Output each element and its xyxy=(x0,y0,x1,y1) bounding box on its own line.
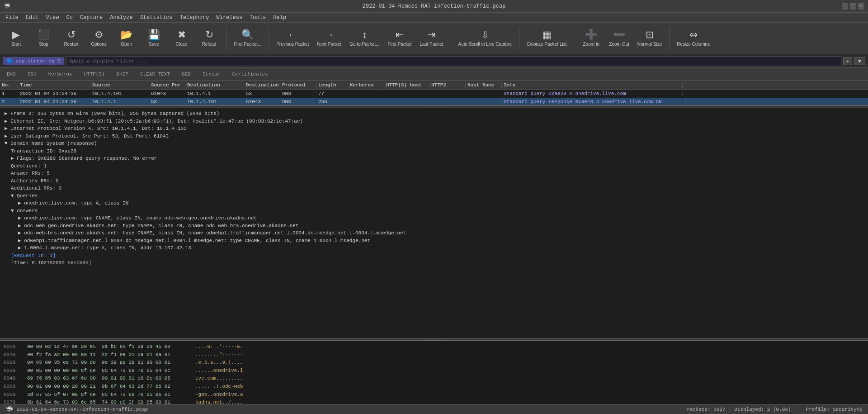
detail-line: ▼ Answers xyxy=(4,207,864,215)
packet-rows: 12022-01-04 21:24:3610.1.4.1016104310.1.… xyxy=(0,90,868,105)
zoomout-label: Zoom Out xyxy=(609,42,629,47)
hex-bytes: 04 65 00 35 ee 73 00 de 9e 39 ae 28 81 8… xyxy=(27,359,190,367)
table-cell: 61043 xyxy=(149,91,185,96)
hex-ascii: ....G. .*·····E. xyxy=(195,343,243,351)
colbar-item-stream[interactable]: Stream xyxy=(198,70,225,78)
colbar-item-clear-text[interactable]: CLEAR TEXT xyxy=(136,70,174,78)
colbar-item-geo[interactable]: GEO xyxy=(178,70,195,78)
colbar-item-certificates[interactable]: Certificates xyxy=(228,70,272,78)
restart-button[interactable]: ↺Restart xyxy=(59,24,84,52)
colbar-item-https[interactable]: HTTP(S) xyxy=(80,70,108,78)
next-icon: → xyxy=(324,30,334,40)
normalsize-label: Normal Size xyxy=(637,42,662,47)
hex-bytes: 69 76 65 03 63 6f 6d 00 00 01 00 01 c0 0… xyxy=(27,375,190,383)
start-button[interactable]: ▶Start xyxy=(4,24,28,52)
hex-offset: 0040 xyxy=(4,375,22,383)
menubar: FileEditViewGoCaptureAnalyzeStatisticsTe… xyxy=(0,13,868,23)
last-icon: ⇥ xyxy=(427,30,435,40)
detail-line: ▶ onedrive.live.com: type CNAME, class I… xyxy=(4,214,864,222)
header-source: Source xyxy=(90,82,149,88)
table-cell: 2022-01-04 21:24:36 xyxy=(18,99,90,105)
close-button[interactable]: ✖Close xyxy=(169,24,194,52)
close-button[interactable]: ✕ xyxy=(858,3,864,10)
autoscroll-label: Auto Scroll in Live Capture xyxy=(458,42,512,47)
menu-item-tools[interactable]: Tools xyxy=(246,14,269,22)
table-cell: 10.1.4.1 xyxy=(185,91,244,96)
toolbar-separator xyxy=(574,28,574,49)
find-label: Find Packet... xyxy=(234,42,261,47)
last-button[interactable]: ⇥Last Packet xyxy=(417,24,446,52)
autoscroll-icon: ⇩ xyxy=(481,30,489,40)
table-row[interactable]: 12022-01-04 21:24:3610.1.4.1016104310.1.… xyxy=(0,90,868,98)
save-button[interactable]: 💾Save xyxy=(142,24,166,52)
zoomout-button[interactable]: ➖Zoom Out xyxy=(606,24,632,52)
menu-item-statistics[interactable]: Statistics xyxy=(137,14,176,22)
hex-ascii: ..... .!.odc-web xyxy=(195,383,243,391)
filter-add-button[interactable]: + xyxy=(843,57,852,65)
menu-item-file[interactable]: File xyxy=(2,14,22,22)
hex-ascii: kadns.net../.... xyxy=(195,399,243,404)
first-button[interactable]: ⇤First Packet xyxy=(385,24,414,52)
packet-hex[interactable]: 000000 08 02 1c 47 ae 20 e5 2a b6 93 f1 … xyxy=(0,341,868,404)
status-stats: Packets: 5627 · Displayed: 2 (0.0%) Prof… xyxy=(687,407,863,412)
prev-button[interactable]: ←Previous Packet xyxy=(274,24,311,52)
table-cell: 53 xyxy=(149,99,185,105)
hex-line: 004069 76 65 03 63 6f 6d 00 00 01 00 01 … xyxy=(4,375,864,383)
filterbar: 🔵 udp.stream eq 0 + ▼ xyxy=(0,54,868,68)
options-button[interactable]: ⚙Options xyxy=(86,24,111,52)
menu-item-help[interactable]: Help xyxy=(269,14,290,22)
detail-line: ▶ onedrive.live.com: type A, class IN xyxy=(4,200,864,207)
table-row[interactable]: 22022-01-04 21:24:3610.1.4.15310.1.4.101… xyxy=(0,98,868,105)
window-controls: ─ □ ✕ xyxy=(842,3,864,10)
toolbar-separator xyxy=(226,28,226,49)
hex-bytes: 00 01 00 00 00 20 00 21 0b 6f 64 63 2d 7… xyxy=(27,383,190,391)
menu-item-go[interactable]: Go xyxy=(62,14,76,22)
reload-button[interactable]: ↻Reload xyxy=(197,24,222,52)
open-button[interactable]: 📂Open xyxy=(114,24,139,52)
resize-label: Resize Columns xyxy=(677,42,710,47)
menu-item-view[interactable]: View xyxy=(42,14,63,22)
filter-dropdown-button[interactable]: ▼ xyxy=(854,57,865,65)
goto-button[interactable]: ↕Go to Packet... xyxy=(347,24,382,52)
detail-line: Additional RRs: 0 xyxy=(4,185,864,192)
close-icon: ✖ xyxy=(178,30,186,40)
menu-item-edit[interactable]: Edit xyxy=(22,14,42,22)
filter-input[interactable] xyxy=(66,56,841,66)
colorize-button[interactable]: ▦Colorize Packet List xyxy=(524,24,569,52)
next-button[interactable]: →Next Packet xyxy=(314,24,344,52)
zoomin-button[interactable]: ➕Zoom In xyxy=(579,24,604,52)
hex-ascii: -geo..onedrive.a xyxy=(195,391,243,399)
table-cell: 61043 xyxy=(244,99,280,105)
colbar-item-kerberos[interactable]: Kerberos xyxy=(44,70,76,78)
find-icon: 🔍 xyxy=(241,30,254,40)
hex-ascii: ive.com......... xyxy=(195,375,243,383)
colbar-item-ssh[interactable]: SSH xyxy=(24,70,41,78)
reload-icon: ↻ xyxy=(205,30,213,40)
start-label: Start xyxy=(11,42,21,47)
colbar-item-dhcp[interactable]: DHCP xyxy=(113,70,132,78)
menu-item-wireless[interactable]: Wireless xyxy=(213,14,246,22)
colbar-item-dns[interactable]: DNS xyxy=(3,70,20,78)
find-button[interactable]: 🔍Find Packet... xyxy=(231,24,264,52)
table-cell: DNS xyxy=(280,99,316,105)
normalsize-button[interactable]: ⊡Normal Size xyxy=(635,24,665,52)
menu-item-telephony[interactable]: Telephony xyxy=(176,14,213,22)
zoomin-icon: ➕ xyxy=(585,30,597,40)
stop-button[interactable]: ⬛Stop xyxy=(31,24,56,52)
detail-line[interactable]: [Request In: 1] xyxy=(4,252,864,260)
packet-list[interactable]: No. Time Source Source Por Destination D… xyxy=(0,81,868,105)
maximize-button[interactable]: □ xyxy=(850,3,856,10)
packet-detail[interactable]: ▶ Frame 2: 256 bytes on wire (2048 bits)… xyxy=(0,108,868,338)
hex-line: 000000 08 02 1c 47 ae 20 e5 2a b6 93 f1 … xyxy=(4,343,864,351)
table-cell: 2 xyxy=(0,99,18,105)
resize-button[interactable]: ⇔Resize Columns xyxy=(674,24,712,52)
menu-item-analyze[interactable]: Analyze xyxy=(106,14,136,22)
open-icon: 📂 xyxy=(120,30,132,40)
prev-label: Previous Packet xyxy=(276,42,309,47)
minimize-button[interactable]: ─ xyxy=(842,3,848,10)
menu-item-capture[interactable]: Capture xyxy=(76,14,106,22)
header-time: Time xyxy=(18,82,90,88)
autoscroll-button[interactable]: ⇩Auto Scroll in Live Capture xyxy=(456,24,514,52)
header-dstport: Destination Po xyxy=(244,82,280,88)
start-icon: ▶ xyxy=(12,30,20,40)
